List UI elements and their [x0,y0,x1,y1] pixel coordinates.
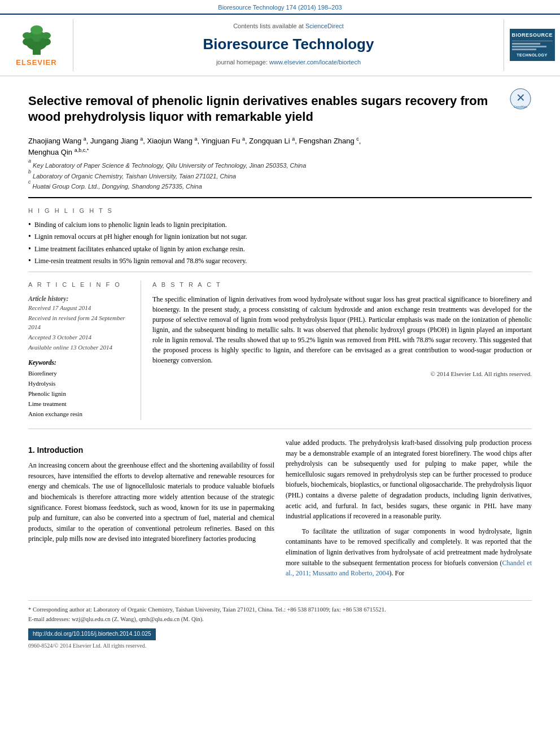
intro-text-col2-p2: To facilitate the utilization of sugar c… [286,526,532,579]
list-item: • Lignin removal occurs at pH higher eno… [28,232,532,242]
svg-point-6 [23,32,32,39]
paper-title-section: Selective removal of phenolic lignin der… [28,85,532,131]
journal-title: Bioresource Technology [85,34,492,55]
body-col-right: value added products. The prehydrolysis … [286,438,532,583]
keyword-item: Phenolic lignin [28,390,132,399]
journal-homepage: journal homepage: www.elsevier.com/locat… [85,58,492,67]
keyword-item: Anion exchange resin [28,410,132,419]
issn-line: 0960-8524/© 2014 Elsevier Ltd. All right… [28,642,532,650]
journal-header: ELSEVIER Contents lists available at Sci… [0,14,560,76]
two-col-body: 1. Introduction An increasing concern ab… [28,438,532,583]
bullet-icon: • [28,244,31,254]
elsevier-label: ELSEVIER [16,58,56,68]
svg-point-7 [42,32,51,39]
thick-divider [28,197,532,198]
bioresource-logo-box: BIORESOURCE TECHNOLOGY [510,29,555,61]
sciencedirect-link[interactable]: ScienceDirect [305,23,344,29]
doi-label[interactable]: http://dx.doi.org/10.1016/j.biortech.201… [28,628,156,640]
article-info-abstract: A R T I C L E I N F O Article history: R… [28,281,532,420]
body-section: 1. Introduction An increasing concern ab… [28,438,532,583]
body-col-left: 1. Introduction An increasing concern ab… [28,438,274,583]
sciencedirect-ref: Contents lists available at ScienceDirec… [85,22,492,31]
article-info-column: A R T I C L E I N F O Article history: R… [28,281,141,420]
bullet-icon: • [28,256,31,266]
journal-reference: Bioresource Technology 174 (2014) 198–20… [0,0,560,14]
intro-heading: 1. Introduction [28,444,274,456]
authors-line: Zhaojiang Wang a, Jungang Jiang a, Xiaoj… [28,136,532,158]
footnotes: * Corresponding author at: Laboratory of… [28,600,532,650]
abstract-column: A B S T R A C T The specific elimination… [152,281,532,420]
list-item: • Lime-resin treatment results in 95% li… [28,256,532,266]
svg-text:✕: ✕ [516,91,526,104]
intro-text-col1: An increasing concern about the greenhou… [28,460,274,544]
keyword-item: Lime treatment [28,400,132,409]
available-date: Available online 13 October 2014 [28,343,132,352]
abstract-title: A B S T R A C T [152,281,532,290]
corresponding-author-note: * Corresponding author at: Laboratory of… [28,605,532,614]
received-date: Received 17 August 2014 [28,304,132,313]
article-history: Article history: Received 17 August 2014… [28,294,132,352]
section-divider [28,272,532,272]
svg-point-3 [30,25,43,34]
keyword-item: Hydrolysis [28,379,132,388]
section-divider-2 [28,429,532,429]
main-content: Selective removal of phenolic lignin der… [0,76,560,658]
affiliations: aKey Laboratory of Paper Science & Techn… [28,161,532,191]
elsevier-logo-block: ELSEVIER [0,19,73,71]
svg-point-5 [40,38,51,46]
list-item: • Lime treatment facilitates enhanced up… [28,244,532,254]
bioresource-logo-block: BIORESOURCE TECHNOLOGY [504,19,560,71]
header-center: Contents lists available at ScienceDirec… [73,19,504,71]
journal-url[interactable]: www.elsevier.com/locate/biortech [269,59,361,65]
keywords-section: Keywords: Biorefinery Hydrolysis Phenoli… [28,358,132,419]
article-info-title: A R T I C L E I N F O [28,281,132,290]
list-item: • Binding of calcium ions to phenolic li… [28,220,532,230]
history-label: Article history: [28,294,132,304]
bullet-icon: • [28,232,31,242]
email-note: E-mail addresses: wzj@qlu.edu.cn (Z. Wan… [28,615,532,623]
elsevier-tree-icon [11,22,62,56]
intro-text-col2: value added products. The prehydrolysis … [286,438,532,522]
highlights-section: H I G H L I G H T S • Binding of calcium… [28,207,532,267]
paper-title: Selective removal of phenolic lignin der… [28,93,501,125]
bullet-icon: • [28,220,31,230]
copyright-line: © 2014 Elsevier Ltd. All rights reserved… [152,370,532,379]
highlights-title: H I G H L I G H T S [28,207,532,216]
svg-point-4 [23,38,34,46]
crossmark-icon: ✕ CrossMark [509,88,532,110]
abstract-text: The specific elimination of lignin deriv… [152,294,532,365]
keywords-label: Keywords: [28,358,132,368]
svg-text:CrossMark: CrossMark [514,105,528,108]
keyword-item: Biorefinery [28,369,132,378]
accepted-date: Accepted 3 October 2014 [28,333,132,342]
received-revised-date: Received in revised form 24 September 20… [28,314,132,332]
